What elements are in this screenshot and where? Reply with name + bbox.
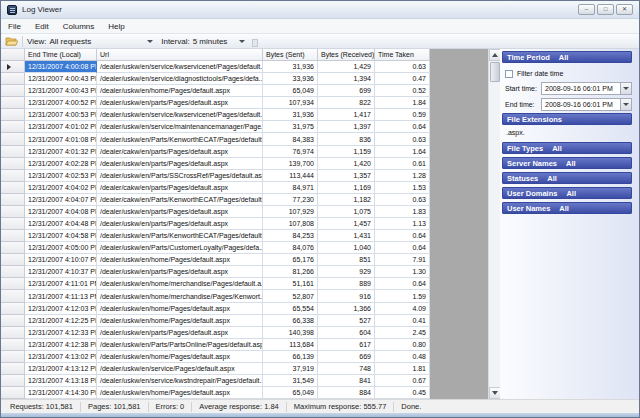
cell-url[interactable]: /dealer/uskw/en/Parts/KenworthECAT/Pages… <box>97 230 263 242</box>
interval-combobox[interactable]: 5 minutes <box>193 37 228 46</box>
row-header[interactable] <box>1 109 25 121</box>
row-header[interactable] <box>1 254 25 266</box>
row-header[interactable] <box>1 339 25 351</box>
cell-end-time[interactable]: 12/31/2007 4:12:38 PM <box>25 339 97 351</box>
cell-end-time[interactable]: 12/31/2007 4:12:33 PM <box>25 327 97 339</box>
view-dropdown-arrow-icon[interactable] <box>147 40 153 43</box>
scrollbar-thumb[interactable] <box>490 62 500 82</box>
cell-bytes-sent[interactable]: 84,076 <box>263 242 318 254</box>
cell-bytes-received[interactable]: 699 <box>318 85 375 97</box>
row-header[interactable] <box>1 278 25 290</box>
cell-bytes-sent[interactable]: 84,383 <box>263 133 318 145</box>
end-time-dropdown-button[interactable] <box>620 99 631 110</box>
cell-bytes-received[interactable]: 1,075 <box>318 206 375 218</box>
cell-bytes-sent[interactable]: 37,919 <box>263 363 318 375</box>
cell-time-taken[interactable]: 1.64 <box>375 146 430 158</box>
cell-time-taken[interactable]: 4.09 <box>375 303 430 315</box>
cell-end-time[interactable]: 12/31/2007 4:12:03 PM <box>25 303 97 315</box>
cell-bytes-sent[interactable]: 139,700 <box>263 158 318 170</box>
cell-end-time[interactable]: 12/31/2007 4:01:32 PM <box>25 146 97 158</box>
cell-url[interactable]: /dealer/uskw/en/service/diagnostictools/… <box>97 73 263 85</box>
filter-date-time-checkbox[interactable] <box>505 70 513 78</box>
cell-end-time[interactable]: 12/31/2007 4:00:08 PM <box>25 61 97 73</box>
cell-end-time[interactable]: 12/31/2007 4:13:12 PM <box>25 363 97 375</box>
cell-url[interactable]: /dealer/uskw/en/home/Pages/default.aspx <box>97 303 263 315</box>
grid-corner-header[interactable] <box>1 49 25 61</box>
cell-url[interactable]: /dealer/uskw/en/Parts/SSCrossRef/Pages/d… <box>97 170 263 182</box>
cell-time-taken[interactable]: 0.63 <box>375 194 430 206</box>
section-header-file-extensions[interactable]: File Extensions <box>502 113 632 125</box>
cell-time-taken[interactable]: 0.48 <box>375 351 430 363</box>
row-header[interactable] <box>1 230 25 242</box>
cell-bytes-sent[interactable]: 76,974 <box>263 146 318 158</box>
cell-url[interactable]: /dealer/uskw/en/home/merchandise/Pages/d… <box>97 278 263 290</box>
cell-bytes-sent[interactable]: 65,049 <box>263 85 318 97</box>
cell-bytes-received[interactable]: 884 <box>318 387 375 399</box>
start-time-picker[interactable]: 2008-09-16 06:01 PM <box>541 82 632 95</box>
cell-bytes-sent[interactable]: 107,929 <box>263 206 318 218</box>
cell-time-taken[interactable]: 0.61 <box>375 158 430 170</box>
row-header[interactable] <box>1 206 25 218</box>
column-header-end-time[interactable]: End Time (Local) <box>25 49 97 61</box>
cell-end-time[interactable]: 12/31/2007 4:04:58 PM <box>25 230 97 242</box>
close-button[interactable]: ✕ <box>616 4 633 15</box>
cell-url[interactable]: /dealer/uskw/en/parts/Pages/default.aspx <box>97 218 263 230</box>
cell-bytes-sent[interactable]: 107,934 <box>263 97 318 109</box>
cell-bytes-received[interactable]: 527 <box>318 315 375 327</box>
cell-url[interactable]: /dealer/uskw/en/service/maintenancemanag… <box>97 121 263 133</box>
cell-url[interactable]: /dealer/uskw/en/parts/Pages/default.aspx <box>97 327 263 339</box>
cell-bytes-received[interactable]: 822 <box>318 97 375 109</box>
row-header[interactable] <box>1 266 25 278</box>
cell-url[interactable]: /dealer/uskw/en/home/Pages/default.aspx <box>97 351 263 363</box>
cell-time-taken[interactable]: 1.83 <box>375 206 430 218</box>
cell-bytes-sent[interactable]: 31,936 <box>263 61 318 73</box>
cell-url[interactable]: /dealer/uskw/en/service/Pages/default.as… <box>97 363 263 375</box>
cell-end-time[interactable]: 12/31/2007 4:01:02 PM <box>25 121 97 133</box>
row-header[interactable] <box>1 158 25 170</box>
row-header[interactable] <box>1 182 25 194</box>
cell-bytes-received[interactable]: 1,159 <box>318 146 375 158</box>
cell-url[interactable]: /dealer/uskw/en/home/merchandise/Pages/K… <box>97 290 263 302</box>
cell-url[interactable]: /dealer/uskw/en/parts/Pages/default.aspx <box>97 206 263 218</box>
column-header-bytes-sent[interactable]: Bytes (Sent) <box>263 49 318 61</box>
interval-dropdown-arrow-icon[interactable] <box>239 40 245 43</box>
cell-end-time[interactable]: 12/31/2007 4:00:53 PM <box>25 109 97 121</box>
end-time-picker[interactable]: 2008-09-16 06:01 PM <box>541 98 632 111</box>
cell-bytes-received[interactable]: 1,182 <box>318 194 375 206</box>
cell-end-time[interactable]: 12/31/2007 4:11:01 PM <box>25 278 97 290</box>
cell-bytes-sent[interactable]: 113,684 <box>263 339 318 351</box>
cell-bytes-sent[interactable]: 84,253 <box>263 230 318 242</box>
cell-bytes-received[interactable]: 1,366 <box>318 303 375 315</box>
cell-time-taken[interactable]: 1.84 <box>375 97 430 109</box>
cell-bytes-received[interactable]: 1,431 <box>318 230 375 242</box>
cell-bytes-sent[interactable]: 52,807 <box>263 290 318 302</box>
cell-end-time[interactable]: 12/31/2007 4:00:52 PM <box>25 97 97 109</box>
cell-time-taken[interactable]: 1.13 <box>375 218 430 230</box>
cell-url[interactable]: /dealer/uskw/en/parts/Pages/default.aspx <box>97 97 263 109</box>
cell-end-time[interactable]: 12/31/2007 4:12:25 PM <box>25 315 97 327</box>
grid-vertical-scrollbar[interactable] <box>488 49 500 399</box>
cell-bytes-received[interactable]: 841 <box>318 375 375 387</box>
cell-bytes-sent[interactable]: 65,554 <box>263 303 318 315</box>
cell-end-time[interactable]: 12/31/2007 4:13:02 PM <box>25 351 97 363</box>
row-header[interactable] <box>1 351 25 363</box>
cell-url[interactable]: /dealer/uskw/en/service/kwservicenet/Pag… <box>97 109 263 121</box>
cell-end-time[interactable]: 12/31/2007 4:00:43 PM <box>25 85 97 97</box>
cell-time-taken[interactable]: 0.47 <box>375 73 430 85</box>
cell-bytes-sent[interactable]: 77,230 <box>263 194 318 206</box>
cell-end-time[interactable]: 12/31/2007 4:00:43 PM <box>25 73 97 85</box>
cell-bytes-sent[interactable]: 65,049 <box>263 387 318 399</box>
cell-time-taken[interactable]: 2.45 <box>375 327 430 339</box>
cell-url[interactable]: /dealer/uskw/en/parts/Pages/default.aspx <box>97 266 263 278</box>
cell-url[interactable]: /dealer/cakw/en/parts/Pages/default.aspx <box>97 146 263 158</box>
cell-bytes-sent[interactable]: 66,139 <box>263 351 318 363</box>
cell-bytes-received[interactable]: 1,169 <box>318 182 375 194</box>
column-header-time-taken[interactable]: Time Taken <box>375 49 430 61</box>
cell-end-time[interactable]: 12/31/2007 4:02:53 PM <box>25 170 97 182</box>
row-header[interactable] <box>1 85 25 97</box>
section-header-file-types[interactable]: File TypesAll <box>502 142 632 154</box>
cell-end-time[interactable]: 12/31/2007 4:10:07 PM <box>25 254 97 266</box>
view-combobox[interactable]: All requests <box>49 37 91 46</box>
cell-bytes-received[interactable]: 1,357 <box>318 170 375 182</box>
cell-time-taken[interactable]: 0.64 <box>375 230 430 242</box>
